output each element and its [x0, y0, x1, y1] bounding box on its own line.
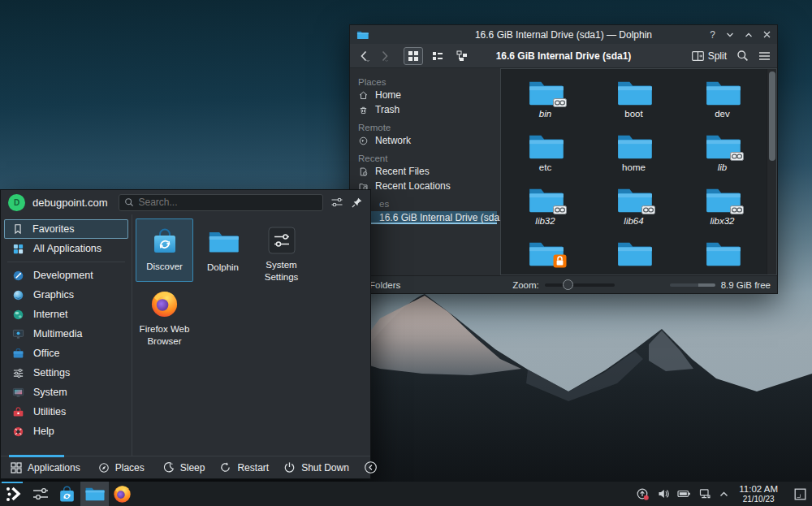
folder-item[interactable]: boot	[590, 74, 678, 128]
back-button[interactable]	[356, 47, 373, 65]
battery-icon[interactable]	[677, 487, 691, 500]
place-item-home[interactable]: Home	[358, 88, 497, 102]
place-item-trash[interactable]: Trash	[358, 102, 497, 117]
taskbar: 11:02 AM 21/10/23	[0, 482, 812, 506]
search-box[interactable]	[119, 194, 323, 211]
folder-item[interactable]: bin	[501, 74, 590, 128]
sidebar-item-development[interactable]: Development	[4, 266, 128, 285]
hamburger-menu-icon[interactable]	[758, 51, 771, 61]
app-tile-system-settings[interactable]: System Settings	[253, 218, 310, 282]
search-icon[interactable]	[736, 50, 749, 62]
sidebar-item-office[interactable]: Office	[4, 344, 128, 363]
zoom-slider-knob[interactable]	[563, 279, 573, 290]
folder-item[interactable]: lib32	[501, 181, 590, 235]
vertical-scrollbar[interactable]	[767, 69, 776, 275]
volume-icon[interactable]	[657, 487, 670, 500]
network-icon[interactable]	[698, 487, 711, 500]
icons-view-button[interactable]	[404, 47, 423, 65]
app-label: Dolphin	[207, 262, 239, 274]
app-label: Discover	[146, 261, 183, 273]
scrollbar-thumb[interactable]	[769, 71, 775, 161]
sidebar-item-all-applications[interactable]: All Applications	[4, 239, 128, 258]
folder-label: bin	[539, 109, 551, 119]
app-tile-firefox[interactable]: Firefox Web Browser	[136, 282, 193, 345]
trash-icon	[358, 105, 369, 115]
recent-files-icon	[358, 167, 369, 177]
place-item-recent-files[interactable]: Recent Files	[358, 164, 497, 179]
discover-icon	[150, 227, 179, 256]
folder-label: lib32	[535, 216, 555, 226]
bookmark-icon	[12, 223, 24, 235]
zoom-slider[interactable]	[545, 283, 615, 287]
dolphin-window: 16.6 GiB Internal Drive (sda1) — Dolphin…	[349, 24, 778, 294]
sidebar-item-settings[interactable]: Settings	[4, 363, 128, 383]
task-firefox[interactable]	[109, 482, 136, 506]
moon-icon	[162, 461, 175, 474]
tray-expander-icon[interactable]	[719, 489, 729, 500]
sidebar-item-internet[interactable]: Internet	[4, 305, 128, 324]
place-item-network[interactable]: Network	[358, 133, 497, 148]
search-input[interactable]	[139, 197, 317, 208]
minimize-button[interactable]	[726, 32, 734, 38]
updates-icon[interactable]	[636, 487, 650, 501]
folder-icon	[527, 185, 564, 214]
folder-item[interactable]	[590, 235, 678, 275]
restart-button[interactable]: Restart	[219, 461, 269, 474]
forward-button[interactable]	[376, 47, 392, 65]
sidebar-item-multimedia[interactable]: Multimedia	[4, 324, 128, 344]
task-system-settings[interactable]	[27, 482, 54, 506]
pin-icon[interactable]	[351, 197, 363, 209]
sidebar-item-help[interactable]: Help	[4, 422, 128, 441]
utilities-icon	[12, 406, 24, 418]
folder-label: lib64	[624, 216, 643, 226]
desktop: 16.6 GiB Internal Drive (sda1) — Dolphin…	[0, 0, 812, 506]
place-item-internal-drive[interactable]: 16.6 GiB Internal Drive (sda1)	[358, 211, 497, 224]
folder-item[interactable]: lib	[678, 128, 767, 181]
help-button[interactable]: ?	[710, 29, 715, 41]
sidebar-item-utilities[interactable]: Utilities	[4, 402, 128, 422]
dolphin-folder-icon	[207, 229, 240, 254]
details-view-button[interactable]	[428, 47, 447, 65]
sleep-button[interactable]: Sleep	[162, 461, 205, 474]
shutdown-button[interactable]: Shut Down	[283, 461, 349, 474]
folder-icon	[527, 239, 564, 268]
maximize-button[interactable]	[745, 32, 753, 38]
tree-view-button[interactable]	[452, 47, 472, 65]
launcher-button[interactable]	[0, 482, 27, 506]
folder-item[interactable]: lib64	[590, 181, 678, 235]
task-dolphin[interactable]	[80, 482, 109, 506]
folder-item[interactable]	[678, 235, 767, 275]
tab-applications[interactable]: Applications	[11, 462, 80, 474]
folder-label: etc	[539, 162, 551, 172]
configure-icon[interactable]	[330, 197, 343, 208]
app-tile-discover[interactable]: Discover	[136, 218, 193, 282]
app-tile-dolphin[interactable]: Dolphin	[194, 218, 252, 282]
capacity-bar	[670, 283, 715, 287]
sidebar-item-favorites[interactable]: Favorites	[4, 219, 128, 239]
home-icon	[358, 90, 369, 101]
folder-icon	[615, 239, 653, 268]
tab-places[interactable]: Places	[98, 462, 145, 474]
sidebar-item-system[interactable]: System	[4, 383, 128, 402]
folder-item[interactable]: libx32	[678, 181, 767, 235]
dolphin-titlebar[interactable]: 16.6 GiB Internal Drive (sda1) — Dolphin…	[350, 25, 777, 44]
digital-clock[interactable]: 11:02 AM 21/10/23	[739, 484, 778, 504]
folder-item[interactable]: etc	[501, 128, 590, 181]
folder-item[interactable]: home	[590, 128, 678, 181]
close-icon[interactable]	[763, 31, 771, 38]
show-desktop-button[interactable]	[791, 482, 809, 506]
sidebar-item-graphics[interactable]: Graphics	[4, 285, 128, 305]
symlink-emblem	[730, 152, 744, 161]
session-more-button[interactable]	[364, 461, 378, 474]
avatar[interactable]: D	[8, 194, 25, 211]
folder-label: lib	[718, 162, 728, 172]
task-discover[interactable]	[54, 482, 80, 506]
folder-item[interactable]: dev	[678, 74, 767, 128]
split-button[interactable]: Split	[692, 50, 727, 62]
active-tab-indicator	[9, 455, 64, 457]
place-item-recent-locations[interactable]: Recent Locations	[358, 179, 497, 193]
lock-emblem	[553, 254, 567, 268]
folder-icon	[615, 185, 653, 214]
app-label: System Settings	[253, 259, 309, 283]
folder-item[interactable]	[501, 235, 590, 275]
